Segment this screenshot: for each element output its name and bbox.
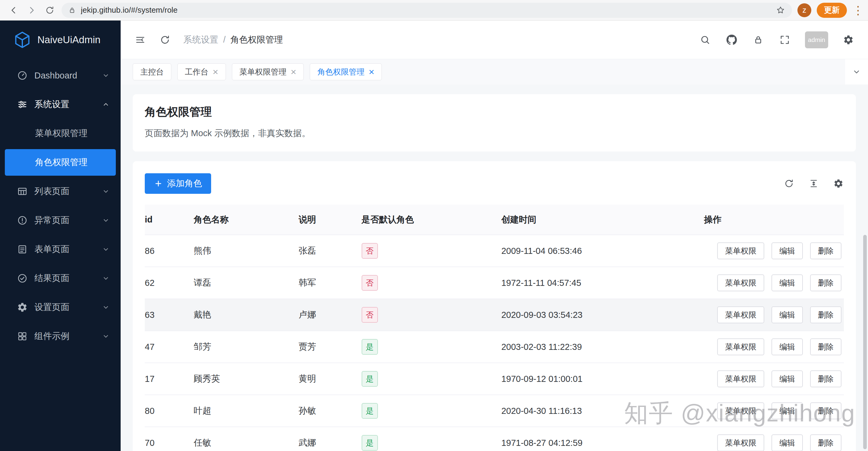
cell-created: 2009-11-04 06:53:46 bbox=[501, 235, 704, 267]
sidebar-item-form-pages[interactable]: 表单页面 bbox=[0, 235, 121, 264]
settings-gear-icon[interactable] bbox=[842, 33, 855, 46]
add-role-button[interactable]: 添加角色 bbox=[145, 173, 211, 194]
page-content: 角色权限管理 页面数据为 Mock 示例数据，非真实数据。 添加角色 bbox=[121, 85, 868, 451]
menu-permission-button[interactable]: 菜单权限 bbox=[717, 370, 764, 387]
delete-button[interactable]: 删除 bbox=[810, 243, 841, 259]
browser-reload-button[interactable] bbox=[43, 4, 56, 17]
sidebar-item-result-pages[interactable]: 结果页面 bbox=[0, 264, 121, 293]
sidebar-item-exception-pages[interactable]: 异常页面 bbox=[0, 206, 121, 235]
edit-button[interactable]: 编辑 bbox=[772, 402, 803, 419]
sidebar-item-component-examples[interactable]: 组件示例 bbox=[0, 322, 121, 351]
cell-name: 谭磊 bbox=[194, 267, 299, 299]
url-text: jekip.github.io/#/system/role bbox=[81, 5, 771, 15]
github-icon[interactable] bbox=[725, 33, 738, 46]
column-header-name: 角色名称 bbox=[194, 205, 299, 235]
tab-console[interactable]: 主控台 bbox=[133, 63, 171, 80]
menu-permission-button[interactable]: 菜单权限 bbox=[717, 338, 764, 355]
table-density-icon[interactable] bbox=[808, 178, 819, 189]
refresh-page-button[interactable] bbox=[159, 33, 171, 46]
sidebar-item-menu-permission[interactable]: 菜单权限管理 bbox=[0, 119, 121, 148]
browser-update-button[interactable]: 更新 bbox=[817, 3, 847, 18]
menu-permission-button[interactable]: 菜单权限 bbox=[717, 243, 764, 259]
sidebar-menu: Dashboard 系统设置 菜单权限管理 角色权限管理 列表页面 异常页面 bbox=[0, 59, 121, 351]
cell-name: 邹芳 bbox=[194, 331, 299, 363]
form-icon bbox=[17, 244, 28, 255]
cell-desc: 韩军 bbox=[299, 267, 362, 299]
browser-profile-avatar[interactable]: z bbox=[798, 3, 811, 17]
tabs-bar: 主控台 工作台 × 菜单权限管理 × 角色权限管理 × bbox=[121, 59, 868, 85]
table-settings-gear-icon[interactable] bbox=[833, 178, 844, 189]
close-icon[interactable]: × bbox=[213, 67, 218, 77]
menu-permission-button[interactable]: 菜单权限 bbox=[717, 434, 764, 451]
column-header-desc: 说明 bbox=[299, 205, 362, 235]
gear-icon bbox=[17, 302, 28, 313]
edit-button[interactable]: 编辑 bbox=[772, 370, 803, 387]
chevron-down-icon bbox=[852, 67, 861, 76]
browser-menu-icon[interactable]: ⋮ bbox=[852, 4, 861, 16]
roles-table: id 角色名称 说明 是否默认角色 创建时间 操作 86 熊伟 张磊 否 200… bbox=[145, 205, 844, 451]
sliders-icon bbox=[17, 99, 28, 110]
menu-permission-button[interactable]: 菜单权限 bbox=[717, 306, 764, 323]
cell-id: 47 bbox=[145, 331, 194, 363]
browser-back-button[interactable] bbox=[7, 4, 20, 17]
tab-menu-permission[interactable]: 菜单权限管理 × bbox=[232, 63, 304, 80]
sidebar-item-dashboard[interactable]: Dashboard bbox=[0, 61, 121, 90]
sidebar-item-role-permission[interactable]: 角色权限管理 bbox=[5, 149, 116, 176]
tab-workbench[interactable]: 工作台 × bbox=[177, 63, 226, 80]
intro-card: 角色权限管理 页面数据为 Mock 示例数据，非真实数据。 bbox=[133, 94, 856, 151]
close-icon[interactable]: × bbox=[291, 67, 297, 77]
breadcrumb-item-current[interactable]: 角色权限管理 bbox=[230, 34, 283, 46]
menu-permission-button[interactable]: 菜单权限 bbox=[717, 274, 764, 291]
collapse-sidebar-button[interactable] bbox=[134, 33, 147, 46]
table-reload-icon[interactable] bbox=[783, 178, 795, 189]
search-icon[interactable] bbox=[699, 33, 711, 46]
lock-screen-icon[interactable] bbox=[752, 33, 765, 46]
column-header-default: 是否默认角色 bbox=[362, 205, 501, 235]
edit-button[interactable]: 编辑 bbox=[772, 274, 803, 291]
cell-desc: 张磊 bbox=[299, 235, 362, 267]
delete-button[interactable]: 删除 bbox=[810, 434, 841, 451]
chevron-down-icon bbox=[102, 188, 110, 195]
default-tag: 否 bbox=[362, 307, 378, 323]
menu-permission-button[interactable]: 菜单权限 bbox=[717, 402, 764, 419]
table-row: 62 谭磊 韩军 否 1972-11-11 04:57:45 菜单权限 编辑 删… bbox=[145, 267, 844, 299]
delete-button[interactable]: 删除 bbox=[810, 338, 841, 355]
tab-role-permission[interactable]: 角色权限管理 × bbox=[310, 63, 382, 80]
sidebar-item-list-pages[interactable]: 列表页面 bbox=[0, 177, 121, 206]
delete-button[interactable]: 删除 bbox=[810, 274, 841, 291]
breadcrumb-item[interactable]: 系统设置 bbox=[183, 34, 218, 46]
cell-created: 1970-09-12 01:00:01 bbox=[501, 363, 704, 395]
window-scrollbar[interactable] bbox=[863, 235, 867, 449]
breadcrumb: 系统设置 / 角色权限管理 bbox=[183, 34, 283, 46]
edit-button[interactable]: 编辑 bbox=[772, 338, 803, 355]
cell-desc: 武娜 bbox=[299, 427, 362, 451]
plus-icon bbox=[154, 179, 163, 188]
chevron-up-icon bbox=[102, 101, 110, 108]
table-row: 47 邹芳 贾芳 是 2003-02-03 11:22:39 菜单权限 编辑 删… bbox=[145, 331, 844, 363]
fullscreen-icon[interactable] bbox=[778, 33, 791, 46]
cell-id: 70 bbox=[145, 427, 194, 451]
default-tag: 是 bbox=[362, 339, 378, 355]
app-logo[interactable]: NaiveUiAdmin bbox=[0, 21, 121, 59]
cell-name: 任敏 bbox=[194, 427, 299, 451]
delete-button[interactable]: 删除 bbox=[810, 306, 841, 323]
sidebar-item-system-settings[interactable]: 系统设置 bbox=[0, 90, 121, 119]
table-body: 86 熊伟 张磊 否 2009-11-04 06:53:46 菜单权限 编辑 删… bbox=[145, 235, 844, 451]
cell-desc: 卢娜 bbox=[299, 299, 362, 331]
edit-button[interactable]: 编辑 bbox=[772, 434, 803, 451]
default-tag: 否 bbox=[362, 275, 378, 291]
browser-forward-button[interactable] bbox=[25, 4, 38, 17]
edit-button[interactable]: 编辑 bbox=[772, 243, 803, 259]
tabs-dropdown-button[interactable] bbox=[845, 59, 868, 85]
url-bar[interactable]: jekip.github.io/#/system/role bbox=[62, 3, 792, 18]
table-row: 63 戴艳 卢娜 否 2020-09-03 03:54:23 菜单权限 编辑 删… bbox=[145, 299, 844, 331]
delete-button[interactable]: 删除 bbox=[810, 370, 841, 387]
delete-button[interactable]: 删除 bbox=[810, 402, 841, 419]
close-icon[interactable]: × bbox=[369, 67, 374, 77]
sidebar-item-settings-pages[interactable]: 设置页面 bbox=[0, 293, 121, 322]
chevron-down-icon bbox=[102, 217, 110, 224]
user-avatar[interactable]: admin bbox=[805, 31, 828, 48]
bookmark-star-icon[interactable] bbox=[776, 5, 785, 15]
edit-button[interactable]: 编辑 bbox=[772, 306, 803, 323]
site-lock-icon bbox=[68, 6, 76, 14]
